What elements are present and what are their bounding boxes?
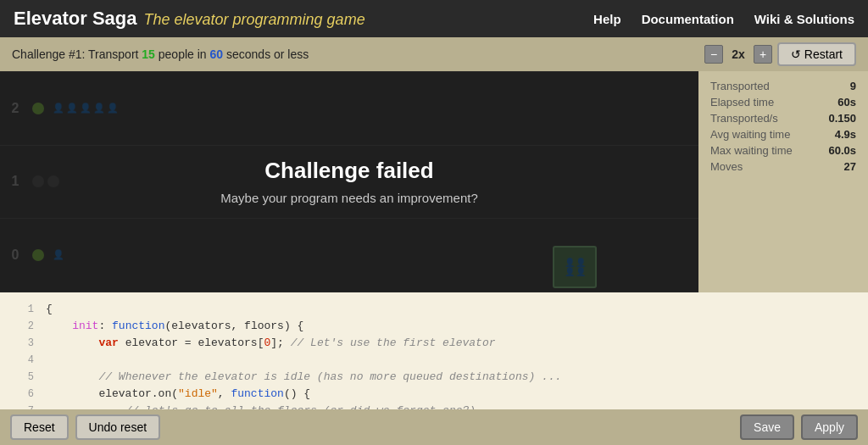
restart-button[interactable]: ↺ Restart [777, 42, 856, 66]
challenge-bar: Challenge #1: Transport 15 people in 60 … [0, 37, 868, 71]
nav-documentation[interactable]: Documentation [642, 12, 734, 26]
stat-elapsed: Elapsed time 60s [710, 96, 856, 108]
header-nav: Help Documentation Wiki & Solutions [593, 12, 854, 26]
code-line-5: 5 // Whenever the elevator is idle (has … [10, 369, 858, 386]
game-area: Challenge failed Maybe your program need… [0, 71, 868, 292]
speed-decrease-button[interactable]: − [704, 45, 723, 64]
speed-label: 2x [728, 47, 748, 61]
stat-avg-wait-value: 4.9s [835, 128, 856, 141]
save-button[interactable]: Save [740, 414, 794, 440]
challenge-controls: − 2x + ↺ Restart [704, 42, 856, 66]
sim-area: Challenge failed Maybe your program need… [0, 71, 698, 292]
stat-transported: Transported 9 [710, 80, 856, 92]
stat-max-wait-label: Max waiting time [710, 144, 793, 157]
code-line-2: 2 init: function(elevators, floors) { [10, 318, 858, 335]
apply-button[interactable]: Apply [801, 414, 858, 440]
challenge-people: 15 [142, 47, 155, 61]
stat-transported-value: 9 [850, 80, 856, 92]
challenge-text: Challenge #1: Transport 15 people in 60 … [12, 47, 309, 61]
code-block: 1{ 2 init: function(elevators, floors) {… [0, 298, 868, 410]
challenge-suffix: seconds or less [226, 47, 309, 61]
challenge-prefix: Challenge #1: Transport [12, 47, 138, 61]
stats-panel: Transported 9 Elapsed time 60s Transport… [698, 71, 868, 292]
overlay-subtitle: Maybe your program needs an improvement? [220, 191, 478, 205]
bottom-right: Save Apply [740, 414, 858, 440]
stat-transported-label: Transported [710, 80, 770, 92]
code-line-3: 3 var elevator = elevators[0]; // Let's … [10, 335, 858, 352]
stat-moves-label: Moves [710, 160, 743, 173]
stat-avg-wait-label: Avg waiting time [710, 128, 790, 141]
challenge-mid: people in [159, 47, 207, 61]
code-line-6: 6 elevator.on("idle", function() { [10, 386, 858, 403]
challenge-overlay: Challenge failed Maybe your program need… [0, 71, 698, 292]
stat-max-wait-value: 60.0s [828, 144, 856, 157]
header: Elevator Saga The elevator programming g… [0, 0, 868, 37]
reset-button[interactable]: Reset [10, 414, 69, 440]
speed-increase-button[interactable]: + [754, 45, 772, 64]
app-title: Elevator Saga [14, 8, 137, 30]
stat-tps-value: 0.150 [828, 112, 856, 125]
challenge-seconds: 60 [210, 47, 224, 61]
code-line-4: 4 [10, 352, 858, 369]
stat-moves: Moves 27 [710, 160, 856, 173]
stat-elapsed-label: Elapsed time [710, 96, 774, 108]
stat-avg-wait: Avg waiting time 4.9s [710, 128, 856, 141]
stat-tps: Transported/s 0.150 [710, 112, 856, 125]
code-area[interactable]: 1{ 2 init: function(elevators, floors) {… [0, 292, 868, 410]
app-subtitle: The elevator programming game [144, 11, 365, 29]
nav-wiki[interactable]: Wiki & Solutions [754, 12, 854, 26]
stat-moves-value: 27 [844, 160, 856, 173]
overlay-title: Challenge failed [264, 158, 433, 184]
code-line-1: 1{ [10, 301, 858, 318]
header-title-block: Elevator Saga The elevator programming g… [14, 8, 365, 30]
undo-reset-button[interactable]: Undo reset [75, 414, 160, 440]
stat-tps-label: Transported/s [710, 112, 778, 125]
bottom-left: Reset Undo reset [10, 414, 160, 440]
code-line-7: 7 // let's go to all the floors (or did … [10, 403, 858, 409]
stat-elapsed-value: 60s [837, 96, 856, 108]
bottom-bar: Reset Undo reset Save Apply [0, 409, 868, 445]
stat-max-wait: Max waiting time 60.0s [710, 144, 856, 157]
nav-help[interactable]: Help [593, 12, 621, 26]
